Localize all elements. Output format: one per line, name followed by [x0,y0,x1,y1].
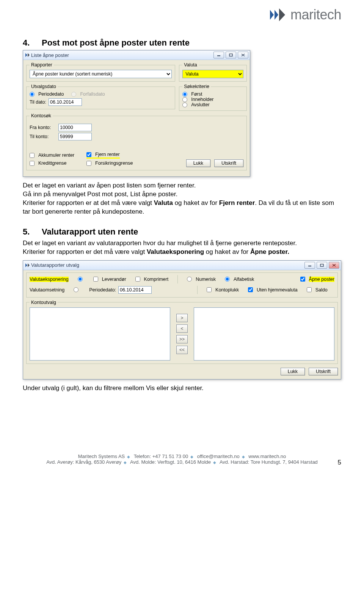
close-button[interactable] [238,52,248,58]
dialog2-button-utskrift[interactable]: Utskrift [309,368,338,375]
move-left-button[interactable]: < [176,324,188,333]
maximize-button[interactable] [226,52,236,58]
move-all-left-button[interactable]: << [176,346,188,354]
label-alfabetisk: Alfabetisk [234,277,254,282]
group-valuta: Valuta Valuta [179,62,247,82]
svg-rect-4 [229,54,232,56]
radio-periodedato[interactable] [30,92,35,97]
label-kredittgrense: Kredittgrense [38,161,66,166]
para4-line3a: Kriterier for rapporten er at det må vær… [23,199,154,206]
para5-line2a: Kriterier for rapporten er det må være v… [23,248,147,255]
dialog1-titlebar[interactable]: Liste åpne poster [23,50,250,60]
footer-web: www.maritech.no [248,453,286,459]
footer-addr-molde: Avd. Molde: Verftsgt. 10, 6416 Molde [130,459,211,465]
checkbox-fjern-renter[interactable] [86,152,91,157]
legend-kontoutvalg: Kontoutvalg [30,300,58,305]
checkbox-komprimert[interactable] [135,277,140,282]
label-numerisk: Numerisk [196,277,216,282]
label-saldo: Saldo [315,287,328,293]
label-forst: Først [191,91,202,97]
button-utskrift[interactable]: Utskrift [214,159,243,167]
label-til-konto: Til konto: [30,134,56,139]
radio-alfabetisk[interactable] [225,277,230,282]
move-all-right-button[interactable]: >> [176,335,188,343]
svg-rect-3 [217,55,220,56]
input-til-dato[interactable] [49,98,82,106]
list-left[interactable] [30,307,170,361]
label-inneholder: Inneholder [191,97,213,102]
checkbox-leverandor[interactable] [93,277,98,282]
label-kontoplukk: Kontoplukk [215,287,239,293]
checkbox-apne-poster[interactable] [300,277,305,282]
label-akkumuler-renter: Akkumuler renter [38,153,74,158]
legend-kontosok: Kontosøk [30,113,53,118]
dialog2-button-lukk[interactable]: Lukk [281,368,305,375]
dialog2-title: Valutarapporter utvalg [31,262,304,268]
radio-forfallsdato [71,92,76,97]
para5-line1: Det er laget en variant av valutarapport… [23,239,297,247]
valuta-select[interactable]: Valuta [182,70,243,78]
label-forfallsdato: Forfallsdato [80,91,105,97]
dialog2-titlebar[interactable]: Valutarapporter utvalg [23,261,341,270]
para4-line2: Gå inn på menyvalget Post mot post, List… [23,191,177,198]
input-til-konto[interactable] [58,133,92,140]
para4-valuta-bold: Valuta [154,199,173,206]
minimize-button[interactable] [213,52,224,58]
label-leverandor: Leverandør [102,277,126,282]
label-komprimert: Komprimert [144,277,169,282]
svg-marker-2 [279,8,285,21]
footer-addr-harstad: Avd. Harstad: Tore Hundsgt. 7, 9404 Hars… [220,459,318,465]
page-footer: Maritech Systems AS◆ Telefon: +47 71 51 … [23,453,341,465]
button-lukk[interactable]: Lukk [186,159,210,167]
radio-inneholder[interactable] [182,97,187,102]
label-fra-konto: Fra konto: [30,125,56,130]
move-right-button[interactable]: > [176,314,188,322]
section-4-heading: 4.Post mot post åpne poster uten rente [23,38,341,48]
dialog2-maximize-button[interactable] [317,262,327,269]
legend-utvalgsdato: Utvalgsdato [30,84,58,89]
checkbox-uten-hjemmevaluta[interactable] [248,287,253,292]
dialog2-minimize-button[interactable] [304,262,315,269]
group-rapporter: Rapporter Åpne poster kunder (sortert nu… [26,62,175,82]
footer-email: office@maritech.no [197,453,240,459]
radio-avslutter[interactable] [182,102,187,107]
checkbox-kredittgrense[interactable] [30,161,35,166]
label-periodedato: Periodedato [38,91,64,97]
footer-phone: Telefon: +47 71 51 73 00 [134,453,188,459]
legend-valuta: Valuta [182,62,199,68]
label-apne-poster: Åpne poster [309,277,334,282]
radio-forst[interactable] [182,92,187,97]
para5-line2c: og haket av for [204,248,250,255]
checkbox-saldo[interactable] [307,287,312,292]
radio-numerisk[interactable] [187,277,192,282]
label-periodedato2: Periodedato: [89,287,116,293]
svg-marker-0 [270,10,274,20]
page-number: 5 [338,459,341,466]
radio-valutaomsetning[interactable] [74,287,78,292]
input-periodedato[interactable] [118,286,152,294]
radio-valutaeksponering[interactable] [78,277,83,282]
section-5-title: Valutarapport uten rente [42,227,138,236]
brand-logo: maritech [270,7,341,23]
dialog2-app-icon [25,263,30,267]
checkbox-kontoplukk[interactable] [207,287,212,292]
svg-marker-1 [275,10,278,20]
section-4-title: Post mot post åpne poster uten rente [42,38,190,47]
svg-rect-8 [320,264,323,266]
para4-line1: Det er laget en variant av åpen post lis… [23,182,196,189]
checkbox-forsikringsgrense[interactable] [86,161,91,166]
input-fra-konto[interactable] [58,124,92,131]
svg-rect-7 [308,266,311,266]
rapporter-select[interactable]: Åpne poster kunder (sortert numerisk) [30,70,172,78]
footer-addr-averoy: Avd. Averøy: Kårvåg, 6530 Averøy [46,459,121,465]
section-4-body: Det er laget en variant av åpen post lis… [23,181,341,216]
label-forsikringsgrense: Forsikringsgrense [95,161,133,166]
section-4-number: 4. [23,38,42,48]
para4-fjern-bold: Fjern renter [219,199,255,206]
label-avslutter: Avslutter [191,102,209,107]
dialog2-close-button[interactable] [329,262,339,269]
checkbox-akkumuler-renter[interactable] [30,153,35,158]
list-right[interactable] [194,307,334,361]
logo-text: maritech [290,7,341,23]
logo-chevrons-icon [270,8,288,21]
